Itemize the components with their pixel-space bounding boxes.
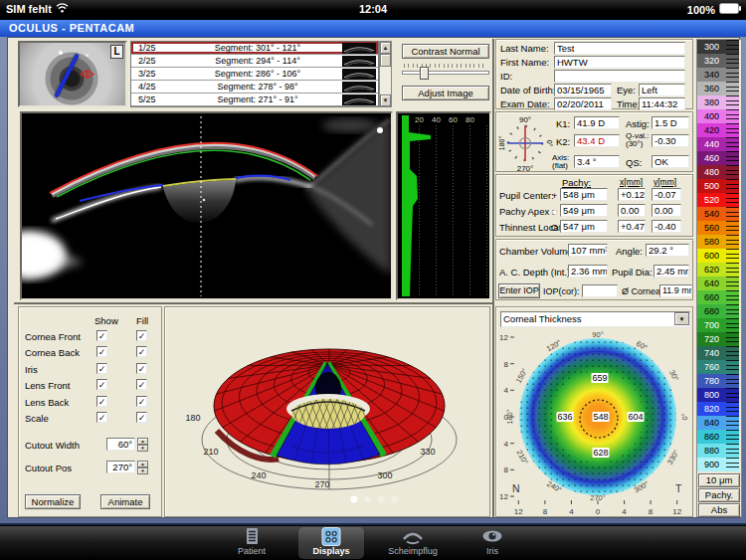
scale-step-value: 880 <box>697 444 726 458</box>
astig-field[interactable]: 1.5 D <box>652 116 689 129</box>
fill-checkbox[interactable] <box>136 346 147 357</box>
fill-checkbox[interactable] <box>136 412 147 423</box>
scale-step: 540 <box>697 207 741 221</box>
scroll-up-button[interactable] <box>380 42 391 54</box>
cornea-dia-field[interactable]: 11.9 mm <box>659 284 692 297</box>
show-checkbox[interactable] <box>96 330 107 341</box>
scroll-down-button[interactable] <box>380 94 391 106</box>
layer-row: Scale <box>19 411 163 427</box>
fill-checkbox[interactable] <box>136 363 147 374</box>
exam-date-field[interactable]: 02/20/2011 <box>554 97 612 110</box>
scale-gradient-stripe <box>726 277 739 290</box>
show-checkbox[interactable] <box>96 379 107 390</box>
show-checkbox[interactable] <box>96 396 107 407</box>
tab-iris[interactable]: Iris <box>455 526 530 560</box>
svg-text:90°: 90° <box>592 330 603 339</box>
cutout-pos-spinner[interactable] <box>137 461 148 474</box>
angle-field[interactable]: 29.2 ° <box>646 244 689 257</box>
svg-text:30°: 30° <box>667 369 680 383</box>
pachy-value-field[interactable]: 547 μm <box>560 220 608 233</box>
tab-scheimpflug[interactable]: Scheimpflug <box>375 526 451 560</box>
qs-field[interactable]: OK <box>652 155 689 168</box>
scale-unit-button[interactable]: 10 μm <box>698 473 740 487</box>
pachy-y-field[interactable]: -0.07 <box>652 188 681 201</box>
map-type-value[interactable]: Corneal Thickness <box>500 311 690 327</box>
show-checkbox[interactable] <box>96 363 107 374</box>
scale-step-value: 480 <box>697 165 726 179</box>
pachy-value-field[interactable]: 549 μm <box>560 204 608 217</box>
dropdown-arrow-button[interactable] <box>674 312 689 325</box>
cutout-pos-field[interactable]: 270° <box>106 461 135 473</box>
slider-thumb[interactable] <box>420 67 429 80</box>
segment-row[interactable]: 4/25Segment: 278° - 98° <box>131 81 378 93</box>
cutout-width-spinner[interactable] <box>137 438 148 452</box>
iop-cor-field[interactable] <box>582 284 618 297</box>
adjust-image-button[interactable]: Adjust Image <box>402 86 489 100</box>
scheimpflug-arc-icon <box>375 527 451 547</box>
normalize-button[interactable]: Normalize <box>25 494 81 509</box>
map-type-dropdown[interactable]: Corneal Thickness <box>500 311 690 327</box>
spin-up-button[interactable] <box>137 438 148 445</box>
contrast-slider[interactable] <box>402 64 489 80</box>
astig-label: Astig: <box>626 118 650 129</box>
page-indicator-dots[interactable] <box>351 496 399 503</box>
pachy-row-label: Pachy Apex : <box>499 206 554 217</box>
fill-checkbox[interactable] <box>136 330 147 341</box>
scale-abs-button[interactable]: Abs <box>698 503 740 517</box>
scale-step-value: 300 <box>697 40 726 54</box>
pachy-x-field[interactable]: +0.47 <box>618 220 646 233</box>
first-name-field[interactable]: HWTW <box>554 56 685 69</box>
pachy-y-field[interactable]: -0.40 <box>652 220 681 233</box>
chamber-volume-field[interactable]: 107 mm³ <box>568 244 608 257</box>
show-checkbox[interactable] <box>96 412 107 423</box>
eye-preview-image[interactable]: L <box>18 41 127 107</box>
id-label: ID: <box>500 71 512 82</box>
segment-row[interactable]: 2/25Segment: 294° - 114° <box>131 55 378 68</box>
scale-step-value: 800 <box>697 388 726 402</box>
pachy-y-field[interactable]: 0.00 <box>652 204 681 217</box>
tab-patient[interactable]: Patient <box>214 526 289 560</box>
scale-gradient-stripe <box>726 235 739 249</box>
fill-checkbox[interactable] <box>136 396 147 407</box>
pachy-value-field[interactable]: 548 μm <box>560 188 608 201</box>
last-name-field[interactable]: Test <box>554 42 685 55</box>
scroll-thumb[interactable] <box>380 54 391 67</box>
dob-field[interactable]: 03/15/1965 <box>554 84 612 96</box>
fill-checkbox[interactable] <box>136 379 147 390</box>
spin-down-button[interactable] <box>137 467 148 474</box>
enter-iop-button[interactable]: Enter IOP <box>498 283 540 298</box>
spin-down-button[interactable] <box>137 445 148 452</box>
animate-button[interactable]: Animate <box>100 494 150 509</box>
acd-field[interactable]: 2.36 mm <box>568 265 608 278</box>
slider-track[interactable] <box>402 71 489 75</box>
scheimpflug-image-panel[interactable] <box>20 111 393 300</box>
show-checkbox[interactable] <box>96 346 107 357</box>
pachy-row-marker-icon: + <box>550 190 559 201</box>
tab-displays[interactable]: Displays <box>293 526 369 560</box>
pachy-x-field[interactable]: +0.12 <box>618 188 646 201</box>
k1-field[interactable]: 41.9 D <box>574 116 620 129</box>
pachy-x-field[interactable]: 0.00 <box>618 204 646 217</box>
pupil-dia-field[interactable]: 2.45 mm <box>653 265 689 278</box>
id-field[interactable] <box>554 70 685 83</box>
segment-row[interactable]: 1/25Segment: 301° - 121° <box>131 42 378 55</box>
cornea-dia-label: Ø Cornea: <box>622 286 663 297</box>
segment-row[interactable]: 3/25Segment: 286° - 106° <box>131 68 378 81</box>
segment-scrollbar[interactable] <box>379 41 392 107</box>
three-d-view-panel[interactable]: 180210240270300330 <box>164 306 490 517</box>
axis-field[interactable]: 3.4 ° <box>574 155 620 168</box>
qval-field[interactable]: -0.30 <box>652 134 689 147</box>
eye-field[interactable]: Left <box>639 84 685 96</box>
svg-text:12: 12 <box>499 333 508 342</box>
scale-step-value: 380 <box>697 95 726 109</box>
contrast-normal-button[interactable]: Contrast Normal <box>402 44 489 59</box>
k2-field[interactable]: 43.4 D <box>574 134 620 147</box>
spin-up-button[interactable] <box>137 461 148 467</box>
scale-steps: 3003203403603804004204404604805005205405… <box>697 40 741 471</box>
segment-label: Segment: 294° - 114° <box>173 56 342 66</box>
cutout-width-field[interactable]: 60° <box>106 438 135 451</box>
time-field[interactable]: 11:44:32 <box>639 97 685 110</box>
segment-row[interactable]: 5/25Segment: 271° - 91° <box>131 93 378 106</box>
scale-mode-button[interactable]: Pachy. <box>698 488 740 502</box>
slider-ticks <box>404 64 487 68</box>
